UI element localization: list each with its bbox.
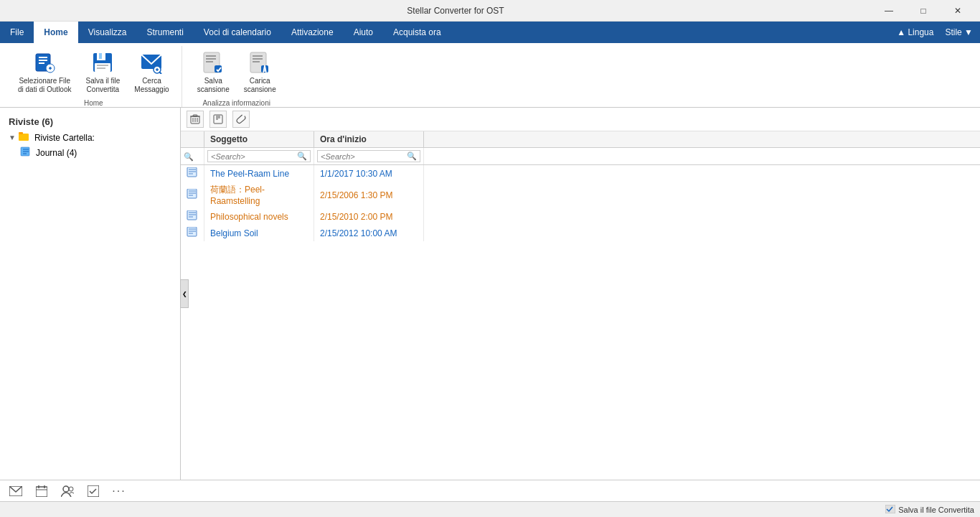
row3-icon-cell <box>181 208 204 225</box>
select-file-icon <box>33 51 56 74</box>
time-search-input[interactable] <box>321 152 407 161</box>
statusbar-label: Salva il file Convertita <box>898 506 974 514</box>
journal-table: Soggetto Ora d'inizio 🔍 <box>181 131 980 241</box>
more-nav-button[interactable]: ··· <box>109 481 129 501</box>
svg-rect-29 <box>19 134 29 141</box>
svg-rect-30 <box>19 132 23 134</box>
window-controls[interactable]: — □ ✕ <box>872 0 974 22</box>
calendar-nav-button[interactable] <box>32 481 52 501</box>
svg-rect-19 <box>206 55 216 57</box>
menu-voci-calendario[interactable]: Voci di calendario <box>194 22 281 43</box>
col-header-icon <box>181 131 204 148</box>
cerca-messaggio-label: CercaMessaggio <box>134 77 169 94</box>
row3-time: 2/15/2010 2:00 PM <box>314 208 424 225</box>
table-row[interactable]: 荷蘭語：Peel-Raamstelling 2/15/2006 1:30 PM <box>181 182 980 208</box>
salva-convertita-button[interactable]: Salva il fileConvertita <box>80 47 127 98</box>
sidebar-item-riviste-cartella[interactable]: ▼ Riviste Cartella: <box>0 130 180 145</box>
search-icon: 🔍 <box>184 152 194 161</box>
sidebar-title: Riviste (6) <box>0 113 180 130</box>
carica-scansione-button[interactable]: Caricascansione <box>237 47 283 98</box>
svg-rect-9 <box>99 53 102 59</box>
statusbar: Salva il file Convertita <box>0 501 980 517</box>
svg-rect-2 <box>39 60 47 61</box>
col-header-time: Ora d'inizio <box>314 131 424 148</box>
salva-scansione-button[interactable]: Salvascansione <box>191 47 236 98</box>
ribbon-analizza-buttons: Salvascansione Caricascansione <box>191 47 283 98</box>
menu-aiuto[interactable]: Aiuto <box>344 22 383 43</box>
svg-rect-25 <box>253 58 263 60</box>
subject-search-input[interactable] <box>211 152 297 161</box>
table-container: Soggetto Ora d'inizio 🔍 <box>181 131 980 480</box>
svg-rect-24 <box>253 55 263 57</box>
svg-rect-3 <box>39 62 44 64</box>
sidebar-collapse-button[interactable]: ❮ <box>180 279 189 308</box>
collapse-arrow-icon: ▼ <box>9 134 16 141</box>
statusbar-icon <box>885 505 895 515</box>
time-search-icon: 🔍 <box>407 152 417 161</box>
salva-convertita-label: Salva il fileConvertita <box>86 77 121 94</box>
people-nav-button[interactable] <box>57 481 77 501</box>
journal-entry-icon <box>187 191 198 201</box>
extra-search-cell <box>424 148 981 165</box>
tasks-nav-button[interactable] <box>83 481 103 501</box>
row1-icon-cell <box>181 165 204 182</box>
ribbon: Selezionare Filedi dati di Outlook Salva… <box>0 43 980 108</box>
time-search-cell[interactable]: 🔍 <box>314 148 424 165</box>
menu-home[interactable]: Home <box>34 22 77 43</box>
journal-entry-icon <box>187 229 198 239</box>
cerca-messaggio-button[interactable]: CercaMessaggio <box>128 47 175 98</box>
row2-icon-cell <box>181 182 204 208</box>
lingua-label[interactable]: ▲ Lingua <box>897 27 933 37</box>
content-toolbar <box>181 108 980 131</box>
row4-subject: Belgium Soil <box>204 225 314 241</box>
menu-strumenti[interactable]: Strumenti <box>137 22 194 43</box>
app-title: Stellar Converter for OST <box>39 6 872 16</box>
menu-attivazione[interactable]: Attivazione <box>281 22 344 43</box>
svg-rect-12 <box>97 67 105 69</box>
svg-rect-21 <box>206 61 213 62</box>
subject-search-cell[interactable]: 🔍 <box>204 148 314 165</box>
menu-file[interactable]: File <box>0 22 34 43</box>
journal-entry-icon <box>187 213 198 223</box>
carica-scansione-label: Caricascansione <box>244 77 276 94</box>
row1-subject: The Peel-Raam Line <box>204 165 314 182</box>
riviste-cartella-label: Riviste Cartella: <box>34 133 95 143</box>
menu-acquista-ora[interactable]: Acquista ora <box>383 22 451 43</box>
select-file-button[interactable]: Selezionare Filedi dati di Outlook <box>11 47 78 98</box>
row2-subject: 荷蘭語：Peel-Raamstelling <box>204 182 314 208</box>
select-file-label: Selezionare Filedi dati di Outlook <box>18 77 72 94</box>
col-header-subject: Soggetto <box>204 131 314 148</box>
salva-scansione-label: Salvascansione <box>197 77 230 94</box>
minimize-button[interactable]: — <box>872 0 905 22</box>
table-row[interactable]: Philosophical novels 2/15/2010 2:00 PM <box>181 208 980 225</box>
salva-scansione-icon <box>202 51 225 74</box>
menu-visualizza[interactable]: Visualizza <box>78 22 137 43</box>
carica-scansione-icon <box>248 51 271 74</box>
svg-rect-11 <box>97 65 108 66</box>
attach-button[interactable] <box>232 111 250 128</box>
close-button[interactable]: ✕ <box>941 0 974 22</box>
mail-nav-button[interactable] <box>6 481 26 501</box>
stile-label[interactable]: Stile ▼ <box>945 27 973 37</box>
table-row[interactable]: Belgium Soil 2/15/2012 10:00 AM <box>181 225 980 241</box>
sidebar-item-journal[interactable]: Journal (4) <box>0 145 180 160</box>
svg-rect-26 <box>253 61 260 62</box>
row1-time: 1/1/2017 10:30 AM <box>314 165 424 182</box>
svg-rect-1 <box>39 57 47 58</box>
restore-button[interactable]: □ <box>907 0 940 22</box>
ribbon-home-group-label: Home <box>84 99 103 107</box>
ribbon-analizza-group-label: Analizza informazioni <box>202 99 270 107</box>
menubar: File Home Visualizza Strumenti Voci di c… <box>0 22 980 43</box>
svg-point-67 <box>69 487 73 491</box>
journal-folder-icon <box>20 146 32 159</box>
table-header-row: Soggetto Ora d'inizio <box>181 131 980 148</box>
search-row: 🔍 🔍 🔍 <box>181 148 980 165</box>
new-item-button[interactable] <box>209 111 227 128</box>
delete-button[interactable] <box>187 111 204 128</box>
svg-line-15 <box>159 72 161 74</box>
ribbon-home-buttons: Selezionare Filedi dati di Outlook Salva… <box>11 47 176 98</box>
menu-right: ▲ Lingua Stile ▼ <box>897 27 980 37</box>
row4-icon-cell <box>181 225 204 241</box>
table-row[interactable]: The Peel-Raam Line 1/1/2017 10:30 AM <box>181 165 980 182</box>
cerca-messaggio-icon <box>140 51 163 74</box>
